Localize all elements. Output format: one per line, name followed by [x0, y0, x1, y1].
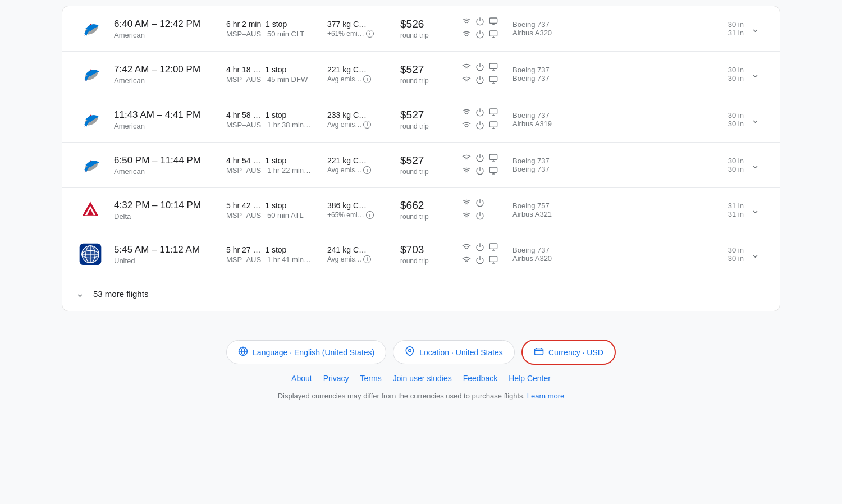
amenities-col [462, 153, 501, 177]
footer-link[interactable]: Help Center [509, 374, 551, 383]
expand-col[interactable]: ⌄ [744, 204, 766, 216]
flight-row[interactable]: 5:45 AM – 11:12 AM United 5 hr 27 … 1 st… [62, 232, 780, 276]
airline-logo [76, 16, 105, 41]
footer-buttons: Language · English (United States) Locat… [226, 340, 616, 365]
currency-label: Currency · USD [548, 348, 603, 357]
flight-row[interactable]: 6:40 AM – 12:42 PM American 6 hr 2 min 1… [62, 6, 780, 52]
price-main: $527 [400, 109, 462, 121]
footer-link[interactable]: Terms [360, 374, 382, 383]
duration-main: 4 hr 58 … 1 stop [226, 111, 327, 120]
globe-icon [238, 346, 248, 358]
footer-link[interactable]: Join user studies [393, 374, 452, 383]
emissions-col: 377 kg C… +61% emi… i [327, 20, 400, 38]
expand-col[interactable]: ⌄ [744, 68, 766, 80]
flights-container: 6:40 AM – 12:42 PM American 6 hr 2 min 1… [62, 6, 780, 276]
flight-row[interactable]: 4:32 PM – 10:14 PM Delta 5 hr 42 … 1 sto… [62, 188, 780, 232]
price-col: $526 round trip [400, 18, 462, 39]
amenity-row-2 [462, 30, 501, 40]
flight-time: 6:50 PM – 11:44 PM [114, 155, 226, 166]
svg-rect-21 [489, 76, 497, 81]
aircraft-line-1: Boeing 737 [512, 20, 710, 29]
screen-icon-2 [489, 30, 498, 40]
language-button[interactable]: Language · English (United States) [226, 340, 386, 364]
route-info: MSP–AUS 45 min DFW [226, 75, 327, 84]
route-info: MSP–AUS 1 hr 41 min… [226, 255, 327, 264]
seat-col: 31 in 31 in [710, 201, 744, 218]
learn-more-link[interactable]: Learn more [527, 392, 564, 400]
emissions-col: 221 kg C… Avg emis… i [327, 65, 400, 83]
seat-line-1: 30 in [710, 111, 744, 120]
page-wrapper: 6:40 AM – 12:42 PM American 6 hr 2 min 1… [28, 0, 814, 428]
more-flights-label: 53 more flights [93, 289, 148, 299]
aircraft-line-1: Boeing 737 [512, 246, 710, 254]
aircraft-line-1: Boeing 757 [512, 201, 710, 210]
price-main: $703 [400, 244, 462, 256]
screen-icon-2 [489, 255, 498, 266]
power-icon-2 [475, 121, 484, 131]
price-main: $527 [400, 154, 462, 167]
power-icon [475, 242, 484, 253]
svg-rect-64 [489, 244, 497, 249]
seat-col: 30 in 30 in [710, 111, 744, 128]
flight-row[interactable]: 11:43 AM – 4:41 PM American 4 hr 58 … 1 … [62, 97, 780, 143]
aircraft-line-1: Boeing 737 [512, 157, 710, 165]
language-label: Language · English (United States) [253, 348, 374, 357]
screen-icon [489, 153, 498, 164]
seat-line-2: 30 in [710, 165, 744, 173]
price-main: $526 [400, 18, 462, 30]
seat-line-1: 30 in [710, 246, 744, 254]
price-col: $703 round trip [400, 244, 462, 265]
info-icon[interactable]: i [366, 211, 374, 219]
more-flights-row[interactable]: ⌄ 53 more flights [62, 276, 780, 311]
info-icon[interactable]: i [363, 255, 371, 263]
info-icon[interactable]: i [363, 121, 371, 129]
airline-name: Delta [114, 212, 226, 221]
flight-duration-col: 4 hr 54 … 1 stop MSP–AUS 1 hr 22 min… [226, 156, 327, 175]
wifi-icon-2 [462, 166, 471, 177]
flight-duration-col: 6 hr 2 min 1 stop MSP–AUS 50 min CLT [226, 20, 327, 38]
location-label: Location · United States [419, 348, 503, 357]
aircraft-line-2: Airbus A320 [512, 29, 710, 37]
flight-duration-col: 5 hr 42 … 1 stop MSP–AUS 50 min ATL [226, 201, 327, 219]
wifi-icon [462, 242, 471, 253]
footer-link[interactable]: About [291, 374, 312, 383]
footer-link[interactable]: Privacy [323, 374, 349, 383]
emissions-main: 221 kg C… [327, 156, 400, 165]
flight-time-col: 7:42 AM – 12:00 PM American [114, 64, 226, 85]
airline-name: American [114, 122, 226, 130]
airline-logo [76, 107, 105, 132]
seat-line-2: 30 in [710, 120, 744, 128]
svg-rect-75 [534, 349, 543, 355]
aircraft-line-2: Airbus A321 [512, 210, 710, 218]
amenities-col [462, 17, 501, 40]
emissions-sub: Avg emis… i [327, 121, 400, 129]
duration-main: 4 hr 18 … 1 stop [226, 65, 327, 74]
price-col: $662 round trip [400, 199, 462, 221]
location-button[interactable]: Location · United States [393, 340, 515, 364]
price-col: $527 round trip [400, 63, 462, 85]
amenity-row [462, 17, 501, 28]
flight-time: 5:45 AM – 11:12 AM [114, 244, 226, 255]
expand-col[interactable]: ⌄ [744, 22, 766, 35]
duration-main: 4 hr 54 … 1 stop [226, 156, 327, 165]
info-icon[interactable]: i [363, 166, 371, 174]
expand-col[interactable]: ⌄ [744, 113, 766, 126]
expand-col[interactable]: ⌄ [744, 159, 766, 171]
flight-duration-col: 4 hr 18 … 1 stop MSP–AUS 45 min DFW [226, 65, 327, 84]
power-icon-2 [475, 166, 484, 177]
currency-button[interactable]: Currency · USD [521, 340, 616, 365]
seat-line-1: 30 in [710, 20, 744, 29]
info-icon[interactable]: i [366, 30, 374, 38]
flight-row[interactable]: 6:50 PM – 11:44 PM American 4 hr 54 … 1 … [62, 143, 780, 188]
aircraft-col: Boeing 737 Airbus A320 [501, 246, 710, 263]
amenity-row [462, 108, 501, 118]
wifi-icon [462, 108, 471, 118]
info-icon[interactable]: i [363, 75, 371, 83]
aircraft-line-2: Boeing 737 [512, 165, 710, 173]
expand-col[interactable]: ⌄ [744, 248, 766, 260]
flight-row[interactable]: 7:42 AM – 12:00 PM American 4 hr 18 … 1 … [62, 52, 780, 97]
footer-link[interactable]: Feedback [463, 374, 497, 383]
route-info: MSP–AUS 50 min ATL [226, 211, 327, 219]
seat-line-2: 30 in [710, 74, 744, 83]
amenities-col [462, 62, 501, 86]
